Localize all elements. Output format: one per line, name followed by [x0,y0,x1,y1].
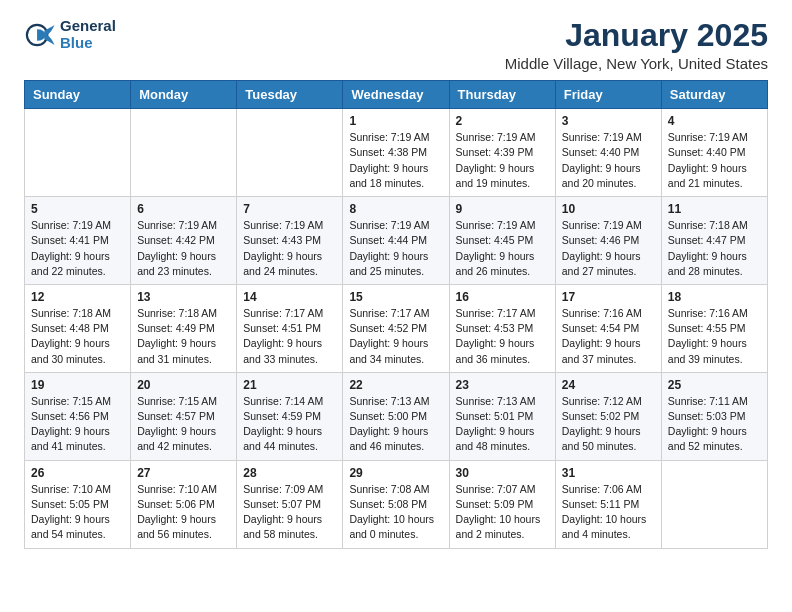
day-cell [237,109,343,197]
weekday-header-friday: Friday [555,81,661,109]
day-info: Sunrise: 7:15 AM Sunset: 4:57 PM Dayligh… [137,394,230,455]
day-cell: 20Sunrise: 7:15 AM Sunset: 4:57 PM Dayli… [131,372,237,460]
day-info: Sunrise: 7:19 AM Sunset: 4:38 PM Dayligh… [349,130,442,191]
logo: General Blue [24,18,116,51]
day-number: 18 [668,290,761,304]
day-cell: 1Sunrise: 7:19 AM Sunset: 4:38 PM Daylig… [343,109,449,197]
page: General Blue January 2025 Middle Village… [0,0,792,612]
day-info: Sunrise: 7:19 AM Sunset: 4:42 PM Dayligh… [137,218,230,279]
day-cell: 27Sunrise: 7:10 AM Sunset: 5:06 PM Dayli… [131,460,237,548]
day-number: 3 [562,114,655,128]
day-number: 12 [31,290,124,304]
day-cell: 9Sunrise: 7:19 AM Sunset: 4:45 PM Daylig… [449,197,555,285]
day-cell: 25Sunrise: 7:11 AM Sunset: 5:03 PM Dayli… [661,372,767,460]
day-cell: 7Sunrise: 7:19 AM Sunset: 4:43 PM Daylig… [237,197,343,285]
weekday-header-row: SundayMondayTuesdayWednesdayThursdayFrid… [25,81,768,109]
day-cell [661,460,767,548]
day-cell: 18Sunrise: 7:16 AM Sunset: 4:55 PM Dayli… [661,284,767,372]
day-info: Sunrise: 7:09 AM Sunset: 5:07 PM Dayligh… [243,482,336,543]
day-info: Sunrise: 7:08 AM Sunset: 5:08 PM Dayligh… [349,482,442,543]
day-cell: 6Sunrise: 7:19 AM Sunset: 4:42 PM Daylig… [131,197,237,285]
week-row-3: 19Sunrise: 7:15 AM Sunset: 4:56 PM Dayli… [25,372,768,460]
day-info: Sunrise: 7:19 AM Sunset: 4:44 PM Dayligh… [349,218,442,279]
day-number: 13 [137,290,230,304]
day-number: 16 [456,290,549,304]
day-info: Sunrise: 7:17 AM Sunset: 4:53 PM Dayligh… [456,306,549,367]
day-number: 21 [243,378,336,392]
day-cell: 4Sunrise: 7:19 AM Sunset: 4:40 PM Daylig… [661,109,767,197]
day-info: Sunrise: 7:11 AM Sunset: 5:03 PM Dayligh… [668,394,761,455]
day-info: Sunrise: 7:19 AM Sunset: 4:39 PM Dayligh… [456,130,549,191]
day-number: 26 [31,466,124,480]
day-info: Sunrise: 7:07 AM Sunset: 5:09 PM Dayligh… [456,482,549,543]
day-number: 15 [349,290,442,304]
day-cell: 24Sunrise: 7:12 AM Sunset: 5:02 PM Dayli… [555,372,661,460]
day-cell: 13Sunrise: 7:18 AM Sunset: 4:49 PM Dayli… [131,284,237,372]
month-title: January 2025 [505,18,768,53]
day-info: Sunrise: 7:13 AM Sunset: 5:00 PM Dayligh… [349,394,442,455]
day-cell: 11Sunrise: 7:18 AM Sunset: 4:47 PM Dayli… [661,197,767,285]
day-cell: 14Sunrise: 7:17 AM Sunset: 4:51 PM Dayli… [237,284,343,372]
day-info: Sunrise: 7:19 AM Sunset: 4:41 PM Dayligh… [31,218,124,279]
day-cell [25,109,131,197]
day-cell: 8Sunrise: 7:19 AM Sunset: 4:44 PM Daylig… [343,197,449,285]
weekday-header-thursday: Thursday [449,81,555,109]
logo-line1: General [60,18,116,35]
day-number: 5 [31,202,124,216]
day-number: 6 [137,202,230,216]
weekday-header-monday: Monday [131,81,237,109]
day-cell: 10Sunrise: 7:19 AM Sunset: 4:46 PM Dayli… [555,197,661,285]
weekday-header-sunday: Sunday [25,81,131,109]
day-number: 4 [668,114,761,128]
day-number: 8 [349,202,442,216]
day-info: Sunrise: 7:17 AM Sunset: 4:51 PM Dayligh… [243,306,336,367]
day-info: Sunrise: 7:12 AM Sunset: 5:02 PM Dayligh… [562,394,655,455]
day-info: Sunrise: 7:10 AM Sunset: 5:06 PM Dayligh… [137,482,230,543]
day-number: 17 [562,290,655,304]
day-cell: 26Sunrise: 7:10 AM Sunset: 5:05 PM Dayli… [25,460,131,548]
day-number: 25 [668,378,761,392]
day-info: Sunrise: 7:19 AM Sunset: 4:40 PM Dayligh… [562,130,655,191]
location: Middle Village, New York, United States [505,55,768,72]
day-number: 11 [668,202,761,216]
day-info: Sunrise: 7:18 AM Sunset: 4:47 PM Dayligh… [668,218,761,279]
day-cell: 3Sunrise: 7:19 AM Sunset: 4:40 PM Daylig… [555,109,661,197]
header: General Blue January 2025 Middle Village… [0,0,792,80]
day-number: 24 [562,378,655,392]
week-row-0: 1Sunrise: 7:19 AM Sunset: 4:38 PM Daylig… [25,109,768,197]
day-cell: 29Sunrise: 7:08 AM Sunset: 5:08 PM Dayli… [343,460,449,548]
day-info: Sunrise: 7:18 AM Sunset: 4:48 PM Dayligh… [31,306,124,367]
week-row-1: 5Sunrise: 7:19 AM Sunset: 4:41 PM Daylig… [25,197,768,285]
day-cell: 12Sunrise: 7:18 AM Sunset: 4:48 PM Dayli… [25,284,131,372]
day-number: 7 [243,202,336,216]
logo-line2: Blue [60,34,93,51]
day-info: Sunrise: 7:19 AM Sunset: 4:45 PM Dayligh… [456,218,549,279]
day-info: Sunrise: 7:15 AM Sunset: 4:56 PM Dayligh… [31,394,124,455]
day-number: 2 [456,114,549,128]
day-number: 22 [349,378,442,392]
day-cell: 5Sunrise: 7:19 AM Sunset: 4:41 PM Daylig… [25,197,131,285]
day-info: Sunrise: 7:19 AM Sunset: 4:46 PM Dayligh… [562,218,655,279]
day-cell: 28Sunrise: 7:09 AM Sunset: 5:07 PM Dayli… [237,460,343,548]
day-info: Sunrise: 7:16 AM Sunset: 4:55 PM Dayligh… [668,306,761,367]
day-number: 31 [562,466,655,480]
day-cell: 30Sunrise: 7:07 AM Sunset: 5:09 PM Dayli… [449,460,555,548]
day-info: Sunrise: 7:14 AM Sunset: 4:59 PM Dayligh… [243,394,336,455]
weekday-header-wednesday: Wednesday [343,81,449,109]
day-number: 19 [31,378,124,392]
logo-icon [24,19,56,51]
day-info: Sunrise: 7:19 AM Sunset: 4:40 PM Dayligh… [668,130,761,191]
day-cell: 17Sunrise: 7:16 AM Sunset: 4:54 PM Dayli… [555,284,661,372]
weekday-header-saturday: Saturday [661,81,767,109]
day-cell: 22Sunrise: 7:13 AM Sunset: 5:00 PM Dayli… [343,372,449,460]
day-number: 27 [137,466,230,480]
day-info: Sunrise: 7:17 AM Sunset: 4:52 PM Dayligh… [349,306,442,367]
day-number: 23 [456,378,549,392]
day-info: Sunrise: 7:16 AM Sunset: 4:54 PM Dayligh… [562,306,655,367]
calendar-table: SundayMondayTuesdayWednesdayThursdayFrid… [24,80,768,548]
day-number: 30 [456,466,549,480]
title-area: January 2025 Middle Village, New York, U… [505,18,768,72]
day-number: 9 [456,202,549,216]
day-cell: 19Sunrise: 7:15 AM Sunset: 4:56 PM Dayli… [25,372,131,460]
logo-text: General Blue [60,18,116,51]
